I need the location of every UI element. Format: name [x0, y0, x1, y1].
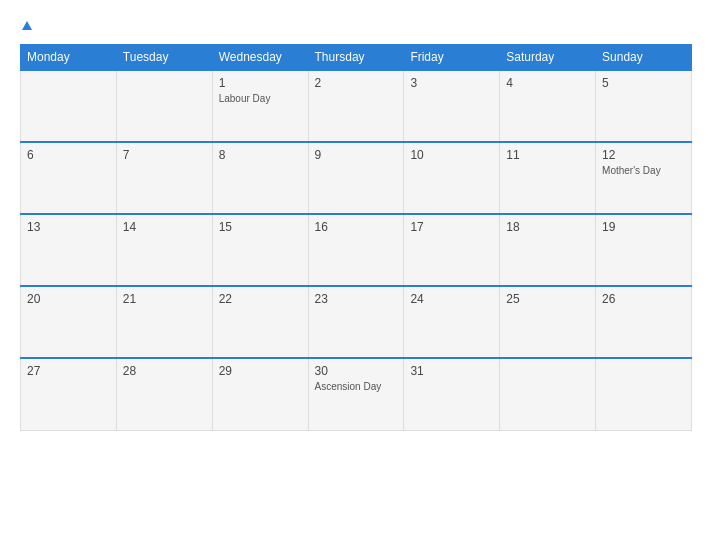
day-number: 21	[123, 292, 206, 306]
calendar-cell: 20	[21, 286, 117, 358]
calendar-cell	[116, 70, 212, 142]
day-number: 30	[315, 364, 398, 378]
logo-top-line	[20, 18, 32, 34]
day-number: 7	[123, 148, 206, 162]
calendar-cell: 8	[212, 142, 308, 214]
holiday-label: Ascension Day	[315, 381, 398, 392]
col-header-friday: Friday	[404, 45, 500, 71]
calendar-cell: 17	[404, 214, 500, 286]
calendar-cell: 2	[308, 70, 404, 142]
day-number: 5	[602, 76, 685, 90]
day-number: 11	[506, 148, 589, 162]
calendar-week-4: 20212223242526	[21, 286, 692, 358]
page: MondayTuesdayWednesdayThursdayFridaySatu…	[0, 0, 712, 550]
calendar-cell: 16	[308, 214, 404, 286]
calendar-cell: 21	[116, 286, 212, 358]
calendar-cell: 1Labour Day	[212, 70, 308, 142]
day-number: 24	[410, 292, 493, 306]
calendar-header: MondayTuesdayWednesdayThursdayFridaySatu…	[21, 45, 692, 71]
calendar-cell	[596, 358, 692, 430]
day-number: 1	[219, 76, 302, 90]
day-number: 22	[219, 292, 302, 306]
calendar-cell: 22	[212, 286, 308, 358]
calendar-cell: 5	[596, 70, 692, 142]
calendar-cell: 25	[500, 286, 596, 358]
calendar-cell	[500, 358, 596, 430]
calendar-table: MondayTuesdayWednesdayThursdayFridaySatu…	[20, 44, 692, 431]
calendar-week-1: 1Labour Day2345	[21, 70, 692, 142]
day-number: 27	[27, 364, 110, 378]
day-number: 8	[219, 148, 302, 162]
day-number: 29	[219, 364, 302, 378]
col-header-tuesday: Tuesday	[116, 45, 212, 71]
col-header-saturday: Saturday	[500, 45, 596, 71]
calendar-week-3: 13141516171819	[21, 214, 692, 286]
day-number: 2	[315, 76, 398, 90]
calendar-cell: 14	[116, 214, 212, 286]
logo-triangle-icon	[22, 21, 32, 30]
calendar-cell: 6	[21, 142, 117, 214]
calendar-cell: 24	[404, 286, 500, 358]
logo	[20, 18, 32, 34]
col-header-sunday: Sunday	[596, 45, 692, 71]
day-number: 28	[123, 364, 206, 378]
calendar-cell: 29	[212, 358, 308, 430]
calendar-body: 1Labour Day23456789101112Mother's Day131…	[21, 70, 692, 430]
day-number: 31	[410, 364, 493, 378]
header-row: MondayTuesdayWednesdayThursdayFridaySatu…	[21, 45, 692, 71]
calendar-cell: 12Mother's Day	[596, 142, 692, 214]
col-header-monday: Monday	[21, 45, 117, 71]
calendar-cell: 11	[500, 142, 596, 214]
calendar-cell: 3	[404, 70, 500, 142]
day-number: 4	[506, 76, 589, 90]
calendar-cell: 27	[21, 358, 117, 430]
day-number: 16	[315, 220, 398, 234]
day-number: 19	[602, 220, 685, 234]
calendar-cell: 28	[116, 358, 212, 430]
calendar-cell: 9	[308, 142, 404, 214]
day-number: 14	[123, 220, 206, 234]
calendar-cell: 10	[404, 142, 500, 214]
calendar-cell: 4	[500, 70, 596, 142]
calendar-cell: 13	[21, 214, 117, 286]
calendar-cell: 19	[596, 214, 692, 286]
calendar-cell	[21, 70, 117, 142]
day-number: 10	[410, 148, 493, 162]
day-number: 12	[602, 148, 685, 162]
day-number: 25	[506, 292, 589, 306]
day-number: 6	[27, 148, 110, 162]
day-number: 23	[315, 292, 398, 306]
day-number: 13	[27, 220, 110, 234]
day-number: 26	[602, 292, 685, 306]
col-header-thursday: Thursday	[308, 45, 404, 71]
day-number: 3	[410, 76, 493, 90]
day-number: 9	[315, 148, 398, 162]
holiday-label: Mother's Day	[602, 165, 685, 176]
calendar-cell: 18	[500, 214, 596, 286]
calendar-cell: 23	[308, 286, 404, 358]
day-number: 15	[219, 220, 302, 234]
col-header-wednesday: Wednesday	[212, 45, 308, 71]
day-number: 18	[506, 220, 589, 234]
day-number: 20	[27, 292, 110, 306]
header	[20, 18, 692, 34]
calendar-week-5: 27282930Ascension Day31	[21, 358, 692, 430]
calendar-cell: 15	[212, 214, 308, 286]
calendar-cell: 7	[116, 142, 212, 214]
holiday-label: Labour Day	[219, 93, 302, 104]
calendar-cell: 26	[596, 286, 692, 358]
calendar-week-2: 6789101112Mother's Day	[21, 142, 692, 214]
day-number: 17	[410, 220, 493, 234]
calendar-cell: 31	[404, 358, 500, 430]
calendar-cell: 30Ascension Day	[308, 358, 404, 430]
